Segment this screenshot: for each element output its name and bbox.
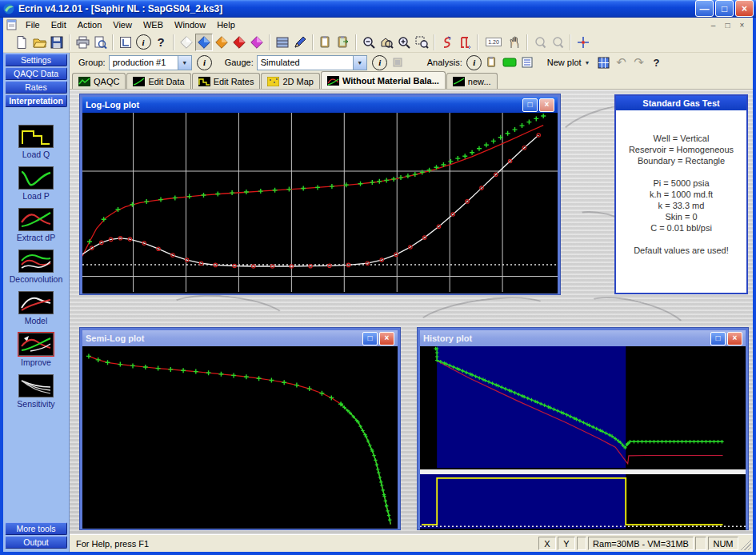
sidebar-item-settings[interactable]: Settings [5, 54, 67, 66]
loglog-plot-area[interactable] [82, 113, 558, 293]
gauge-select[interactable]: Simulated ▼ [257, 55, 367, 70]
menu-help[interactable]: Help [211, 19, 241, 30]
table-view-button[interactable] [274, 34, 291, 51]
display-options-button[interactable] [574, 34, 592, 51]
sidebar-item-interpretation[interactable]: Interpretation [5, 94, 67, 107]
sidebar-item-rates[interactable]: Rates [5, 81, 67, 94]
maximize-icon[interactable]: □ [710, 332, 726, 345]
gauge-info-button[interactable]: i [371, 54, 389, 71]
zoom-next-button[interactable] [549, 34, 566, 51]
context-help-button[interactable]: ? [648, 54, 666, 71]
print-button[interactable] [74, 34, 91, 51]
tool-load-p[interactable]: Load P [3, 166, 69, 201]
maximize-icon[interactable]: □ [362, 332, 378, 345]
zoom-reset-button[interactable] [378, 34, 395, 51]
zoom-previous-button[interactable] [531, 34, 549, 51]
gem-red-button[interactable] [230, 34, 248, 51]
mdi-minimize-button[interactable]: – [707, 21, 719, 30]
context-toolbar: Group: production #1 ▼ i Gauge: Simulate… [70, 53, 753, 72]
extract-curve-button[interactable] [438, 34, 456, 51]
help-button[interactable]: ? [152, 34, 170, 51]
menu-view[interactable]: View [107, 19, 138, 30]
chevron-down-icon[interactable]: ▼ [353, 56, 366, 70]
toolbar-separator [355, 34, 357, 50]
analysis-info-button[interactable]: i [466, 54, 483, 71]
save-button[interactable] [48, 34, 66, 51]
tool-load-q[interactable]: Load Q [3, 125, 69, 159]
group-info-button[interactable]: i [196, 54, 214, 71]
chevron-down-icon[interactable]: ▼ [585, 60, 590, 66]
load-p-icon [18, 166, 54, 190]
pan-hand-button[interactable] [506, 34, 523, 51]
redo-button[interactable]: ↷ [630, 54, 648, 71]
gem-orange-button[interactable] [213, 34, 230, 51]
menu-file[interactable]: File [20, 19, 46, 30]
more-tools-button[interactable]: More tools [5, 522, 67, 535]
tool-improve[interactable]: Improve [3, 333, 69, 367]
menu-action[interactable]: Action [72, 19, 108, 30]
loglog-title-bar[interactable]: Log-Log plot □ × [82, 97, 558, 113]
close-icon[interactable]: × [539, 98, 554, 112]
open-file-button[interactable] [30, 34, 48, 51]
sidebar-item-qaqc-data[interactable]: QAQC Data [5, 67, 67, 80]
close-icon[interactable]: × [379, 332, 394, 345]
menu-web[interactable]: WEB [138, 19, 169, 30]
gem-blue-button[interactable] [195, 34, 213, 51]
tool-sensitivity[interactable]: Sensitivity [3, 374, 69, 409]
maximize-button[interactable]: □ [715, 0, 734, 17]
window-frame-right [753, 18, 756, 552]
close-icon[interactable]: × [727, 332, 742, 345]
semilog-plot-area[interactable] [82, 346, 398, 529]
report-button[interactable] [117, 34, 134, 51]
menu-window[interactable]: Window [169, 19, 211, 30]
close-button[interactable]: × [735, 0, 754, 17]
output-button[interactable]: Output [5, 536, 67, 549]
tool-extract-dp[interactable]: Extract dP [3, 208, 69, 242]
minimize-button[interactable]: — [695, 0, 714, 17]
scale-factor-button[interactable]: 1.20 [482, 34, 506, 51]
tab-new[interactable]: new... [446, 73, 498, 89]
tab-edit-data[interactable]: Edit Data [126, 73, 190, 89]
app-icon [2, 2, 15, 15]
paste-plot-button[interactable] [334, 34, 352, 51]
analysis-copy-button[interactable] [483, 54, 501, 71]
mdi-close-button[interactable]: × [736, 21, 748, 30]
undo-button[interactable]: ↶ [613, 54, 630, 71]
zoom-in-button[interactable] [395, 34, 413, 51]
mdi-restore-button[interactable]: □ [722, 21, 734, 30]
history-title-bar[interactable]: History plot □ × [420, 330, 746, 346]
history-rates-pane[interactable] [420, 474, 746, 530]
info-button[interactable]: i [134, 34, 152, 51]
zoom-window-button[interactable] [413, 34, 430, 51]
zoom-out-button[interactable] [360, 34, 378, 51]
tab-edit-rates[interactable]: Edit Rates [192, 73, 261, 89]
plot-tab-strip: QAQC Edit Data Edit Rates 2D Map Without… [70, 72, 753, 90]
resize-grip[interactable] [740, 537, 751, 550]
tab-without-material-balance[interactable]: Without Material Bala... [321, 71, 446, 89]
copy-plot-button[interactable] [317, 34, 334, 51]
new-document-button[interactable] [13, 34, 30, 51]
tool-model[interactable]: Model [3, 291, 69, 325]
gem-magenta-button[interactable] [248, 34, 266, 51]
tab-2d-map[interactable]: 2D Map [261, 73, 320, 89]
chevron-down-icon[interactable]: ▼ [178, 56, 191, 70]
group-select[interactable]: production #1 ▼ [109, 55, 192, 70]
analysis-list-button[interactable] [518, 54, 536, 71]
gem-white-button[interactable] [178, 34, 195, 51]
print-preview-button[interactable] [91, 34, 109, 51]
tool-deconvolution[interactable]: Deconvolution [3, 250, 69, 284]
maximize-icon[interactable]: □ [522, 98, 538, 112]
tab-qaqc[interactable]: QAQC [72, 73, 126, 89]
edit-pen-button[interactable] [291, 34, 309, 51]
history-pressure-pane[interactable] [420, 346, 746, 469]
gauge-settings-icon[interactable] [389, 54, 406, 71]
menu-edit[interactable]: Edit [46, 19, 72, 30]
extract-rates-button[interactable] [456, 34, 474, 51]
gas-test-line: k.h = 1000 md.ft [616, 189, 746, 200]
toolbar-separator [434, 34, 435, 50]
gas-test-body: Well = Vertical Reservoir = Homogeneous … [616, 110, 746, 256]
plot-grid-button[interactable] [595, 54, 613, 71]
history-plot-window: History plot □ × [418, 328, 748, 529]
semilog-title-bar[interactable]: Semi-Log plot □ × [82, 330, 398, 346]
new-plot-button[interactable]: New plot ▼ [542, 56, 595, 69]
